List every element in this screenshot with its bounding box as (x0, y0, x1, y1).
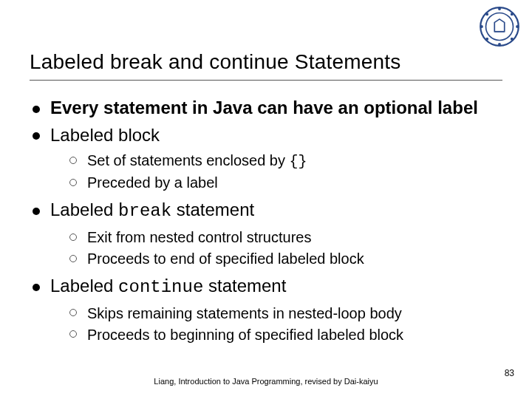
bullet-text-post: statement (171, 200, 254, 219)
bullet-text-post: statement (203, 276, 286, 296)
title-underline (30, 80, 502, 81)
sub-text: Proceeds to beginning of specified label… (87, 327, 403, 343)
sub-text: Exit from nested control structures (87, 229, 311, 245)
svg-point-2 (499, 8, 500, 10)
slide: Labeled break and continue Statements Ev… (0, 0, 532, 399)
sub-item: Preceded by a label (69, 173, 502, 193)
code-text: continue (118, 277, 203, 297)
code-text: break (118, 201, 171, 221)
sub-text: Preceded by a label (87, 174, 218, 191)
bullet-item: Labeled break statement Exit from nested… (30, 199, 502, 269)
bullet-item: Every statement in Java can have an opti… (30, 97, 502, 120)
university-seal-logo (479, 6, 520, 47)
svg-point-4 (499, 44, 500, 45)
bullet-text: Every statement in Java can have an opti… (50, 98, 478, 117)
svg-point-5 (481, 26, 482, 27)
bullet-text-pre: Labeled (50, 276, 118, 296)
bullet-list: Every statement in Java can have an opti… (30, 97, 502, 345)
sub-text: Skips remaining statements in nested-loo… (87, 305, 402, 321)
sub-item: Set of statements enclosed by {} (69, 151, 502, 171)
sub-list: Exit from nested control structures Proc… (50, 228, 502, 269)
bullet-text: Labeled block (50, 125, 160, 145)
sub-item: Proceeds to beginning of specified label… (69, 325, 502, 345)
slide-title: Labeled break and continue Statements (30, 50, 502, 74)
sub-list: Skips remaining statements in nested-loo… (50, 304, 502, 345)
bullet-text-pre: Labeled (50, 200, 118, 219)
svg-point-1 (486, 13, 514, 41)
sub-list: Set of statements enclosed by {} Precede… (50, 151, 502, 193)
svg-point-6 (511, 13, 513, 15)
svg-point-7 (511, 38, 513, 40)
sub-text: Proceeds to end of specified labeled blo… (87, 250, 364, 267)
bullet-item: Labeled block Set of statements enclosed… (30, 124, 502, 194)
page-number: 83 (505, 368, 514, 378)
sub-item: Skips remaining statements in nested-loo… (69, 304, 502, 324)
footer-citation: Liang, Introduction to Java Programming,… (0, 377, 532, 386)
sub-item: Exit from nested control structures (69, 228, 502, 248)
bullet-item: Labeled continue statement Skips remaini… (30, 275, 502, 345)
svg-point-9 (486, 13, 488, 15)
sub-text: Set of statements enclosed by (87, 152, 290, 168)
svg-point-3 (516, 26, 518, 27)
sub-item: Proceeds to end of specified labeled blo… (69, 249, 502, 269)
code-text: {} (290, 153, 307, 170)
svg-point-8 (486, 38, 488, 40)
